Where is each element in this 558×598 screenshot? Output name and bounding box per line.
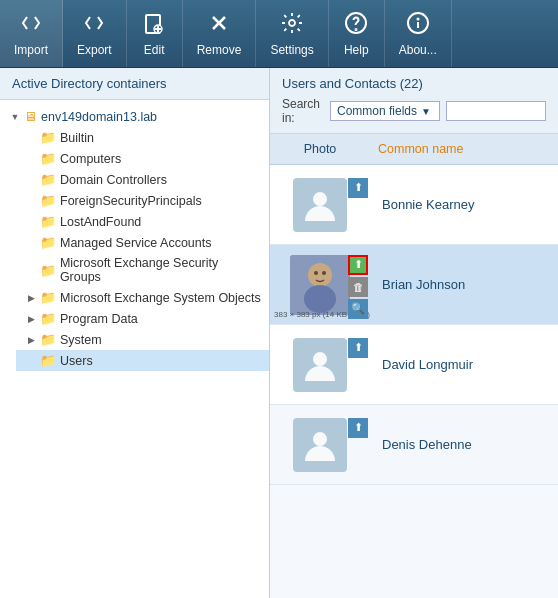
upload-icon-1[interactable]: ⬆ — [348, 178, 368, 198]
upload-icon-4[interactable]: ⬆ — [348, 418, 368, 438]
table-row-4[interactable]: ⬆ Denis Dehenne — [270, 405, 558, 485]
name-cell-3: David Longmuir — [370, 349, 558, 380]
tree-item-dc[interactable]: 📁 Domain Controllers — [16, 169, 269, 190]
edit-label: Edit — [144, 43, 165, 57]
tree-label-mesg: Microsoft Exchange Security Groups — [60, 256, 261, 284]
svg-point-19 — [313, 432, 327, 446]
tree-spacer-3 — [24, 173, 38, 187]
main-layout: Active Directory containers ▼ 🖥 env149do… — [0, 68, 558, 598]
help-icon — [344, 11, 368, 39]
search-input[interactable] — [446, 101, 546, 121]
tree-item-users[interactable]: 📁 Users — [16, 350, 269, 371]
photo-cell-3: ⬆ — [270, 332, 370, 398]
remove-icon — [207, 11, 231, 39]
table-row-selected[interactable]: 383 × 383 px (14 KB, JPG) ⬆ 🗑 🔍 Brian Jo… — [270, 245, 558, 325]
tree-spacer-5 — [24, 215, 38, 229]
table-row-3[interactable]: ⬆ David Longmuir — [270, 325, 558, 405]
photo-cell-4: ⬆ — [270, 412, 370, 478]
tree-label-pd: Program Data — [60, 312, 138, 326]
remove-button[interactable]: Remove — [183, 0, 257, 67]
tree-label-fsp: ForeignSecurityPrincipals — [60, 194, 202, 208]
col-header-photo: Photo — [270, 138, 370, 160]
table-row[interactable]: ⬆ Bonnie Kearney — [270, 165, 558, 245]
svg-point-18 — [313, 352, 327, 366]
name-cell-4: Denis Dehenne — [370, 429, 558, 460]
tree-label-builtin: Builtin — [60, 131, 94, 145]
about-button[interactable]: Abou... — [385, 0, 452, 67]
folder-icon-system: 📁 — [40, 332, 56, 347]
tree-spacer-2 — [24, 152, 38, 166]
about-label: Abou... — [399, 43, 437, 57]
search-dropdown[interactable]: Common fields ▼ — [330, 101, 440, 121]
photo-placeholder-1 — [293, 178, 347, 232]
tree-spacer-11 — [24, 354, 38, 368]
folder-icon-fsp: 📁 — [40, 193, 56, 208]
about-icon — [406, 11, 430, 39]
tree-item-system[interactable]: ▶ 📁 System — [16, 329, 269, 350]
help-button[interactable]: Help — [329, 0, 385, 67]
table-header: Photo Common name — [270, 134, 558, 165]
folder-icon-users: 📁 — [40, 353, 56, 368]
tree-item-fsp[interactable]: 📁 ForeignSecurityPrincipals — [16, 190, 269, 211]
tree-item-pd[interactable]: ▶ 📁 Program Data — [16, 308, 269, 329]
left-panel: Active Directory containers ▼ 🖥 env149do… — [0, 68, 270, 598]
folder-icon: 🖥 — [24, 109, 37, 124]
tree-label-computers: Computers — [60, 152, 121, 166]
tree-item-mesg[interactable]: 📁 Microsoft Exchange Security Groups — [16, 253, 269, 287]
tree-label-msa: Managed Service Accounts — [60, 236, 211, 250]
tree-item-computers[interactable]: 📁 Computers — [16, 148, 269, 169]
svg-point-12 — [313, 192, 327, 206]
tree-item-builtin[interactable]: 📁 Builtin — [16, 127, 269, 148]
help-label: Help — [344, 43, 369, 57]
photo-actions-1: ⬆ — [348, 178, 368, 198]
tree-item-msa[interactable]: 📁 Managed Service Accounts — [16, 232, 269, 253]
import-label: Import — [14, 43, 48, 57]
table-body: ⬆ Bonnie Kearney — [270, 165, 558, 598]
tree-expand-meso[interactable]: ▶ — [24, 291, 38, 305]
svg-point-6 — [289, 20, 295, 26]
tree-expand-root[interactable]: ▼ — [8, 110, 22, 124]
tree-root-label: env149domain13.lab — [41, 110, 157, 124]
photo-actions-2: ⬆ 🗑 🔍 — [348, 255, 368, 319]
photo-placeholder-3 — [293, 338, 347, 392]
tree-item-laf[interactable]: 📁 LostAndFound — [16, 211, 269, 232]
folder-icon-laf: 📁 — [40, 214, 56, 229]
right-panel: Users and Contacts (22) Search in: Commo… — [270, 68, 558, 598]
tree-label-users: Users — [60, 354, 93, 368]
tree-spacer-1 — [24, 131, 38, 145]
chevron-down-icon: ▼ — [421, 106, 431, 117]
export-label: Export — [77, 43, 112, 57]
search-icon-2[interactable]: 🔍 — [348, 299, 368, 319]
tree-expand-pd[interactable]: ▶ — [24, 312, 38, 326]
upload-green-icon[interactable]: ⬆ — [348, 255, 368, 275]
photo-real-2 — [290, 255, 350, 315]
tree-label-meso: Microsoft Exchange System Objects — [60, 291, 261, 305]
photo-placeholder-4 — [293, 418, 347, 472]
edit-button[interactable]: Edit — [127, 0, 183, 67]
tree-label-laf: LostAndFound — [60, 215, 141, 229]
photo-cell-1: ⬆ — [270, 172, 370, 238]
remove-label: Remove — [197, 43, 242, 57]
search-bar: Search in: Common fields ▼ — [282, 97, 546, 125]
tree-expand-system[interactable]: ▶ — [24, 333, 38, 347]
import-button[interactable]: Import — [0, 0, 63, 67]
name-value-2: Brian Johnson — [382, 277, 465, 292]
tree-item-meso[interactable]: ▶ 📁 Microsoft Exchange System Objects — [16, 287, 269, 308]
photo-actions-3: ⬆ — [348, 338, 368, 358]
name-value-1: Bonnie Kearney — [382, 197, 475, 212]
upload-icon-3[interactable]: ⬆ — [348, 338, 368, 358]
svg-point-14 — [308, 263, 332, 287]
photo-cell-2: 383 × 383 px (14 KB, JPG) ⬆ 🗑 🔍 — [270, 249, 370, 321]
export-button[interactable]: Export — [63, 0, 127, 67]
folder-icon-meso: 📁 — [40, 290, 56, 305]
toolbar: Import Export Edit Remove — [0, 0, 558, 68]
right-header: Users and Contacts (22) Search in: Commo… — [270, 68, 558, 134]
tree-container: ▼ 🖥 env149domain13.lab 📁 Builtin 📁 Compu… — [0, 100, 269, 598]
settings-button[interactable]: Settings — [256, 0, 328, 67]
svg-point-8 — [356, 29, 357, 30]
delete-icon-2[interactable]: 🗑 — [348, 277, 368, 297]
tree-spacer-7 — [24, 263, 38, 277]
tree-root[interactable]: ▼ 🖥 env149domain13.lab — [0, 106, 269, 127]
tree-label-system: System — [60, 333, 102, 347]
svg-point-15 — [304, 285, 336, 313]
